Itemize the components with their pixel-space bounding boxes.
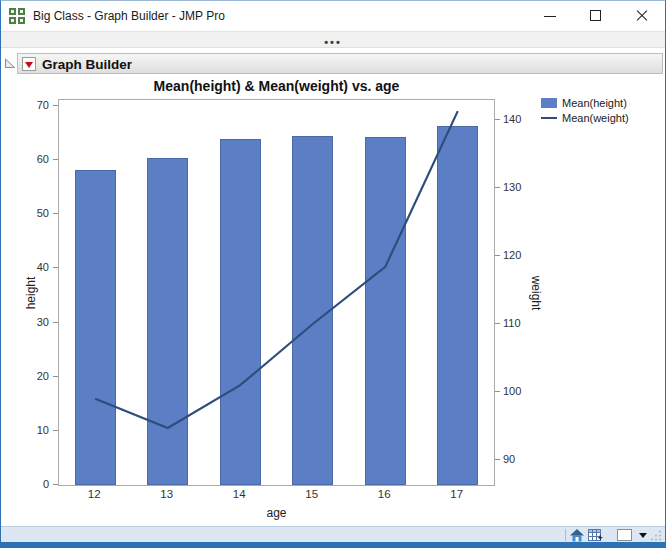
status-separator [565,529,566,541]
right-tick-label: 130 [503,181,521,194]
x-category-label: 14 [219,488,259,500]
legend-item[interactable]: Mean(weight) [541,112,629,124]
legend-label: Mean(height) [562,97,627,109]
left-tick-mark [53,213,58,214]
x-category-label: 12 [74,488,114,500]
y-axis-label-weight[interactable]: weight [529,276,543,311]
dropdown-arrow-icon[interactable] [639,533,647,538]
left-tick-mark [53,484,58,485]
panel-title: Graph Builder [42,55,132,74]
right-tick-label: 100 [503,385,521,398]
left-tick-label: 70 [1,99,49,112]
legend-bar-swatch [541,98,557,108]
splitter-drag-handle[interactable]: ••• [1,31,665,48]
left-tick-label: 20 [1,370,49,383]
left-tick-mark [53,430,58,431]
right-tick-label: 90 [503,453,515,466]
left-tick-mark [53,159,58,160]
window-bottom-border [1,542,665,548]
right-tick-mark [495,119,500,120]
maximize-button[interactable] [573,1,619,31]
minimize-button[interactable] [527,1,573,31]
x-category-label: 16 [364,488,404,500]
right-tick-label: 110 [503,317,521,330]
plot-area[interactable] [58,99,495,486]
left-tick-mark [53,267,58,268]
color-swatch[interactable] [617,529,632,541]
graph-builder-header: Graph Builder [17,53,663,74]
right-tick-label: 140 [503,113,521,126]
left-tick-label: 0 [1,478,49,491]
right-tick-mark [495,255,500,256]
window-title: Big Class - Graph Builder - JMP Pro [33,9,225,23]
x-category-label: 13 [147,488,187,500]
legend-line-swatch [541,117,557,119]
left-tick-label: 50 [1,207,49,220]
right-tick-mark [495,459,500,460]
jmp-window: Big Class - Graph Builder - JMP Pro ••• … [0,0,666,548]
status-bar [1,526,665,542]
disclosure-triangle-icon[interactable] [4,57,16,69]
x-category-label: 15 [292,488,332,500]
right-tick-mark [495,187,500,188]
legend: Mean(height)Mean(weight) [541,97,629,127]
close-button[interactable] [619,1,665,31]
left-tick-mark [53,376,58,377]
chart-title[interactable]: Mean(height) & Mean(weight) vs. age [58,78,495,94]
minimize-icon [544,16,556,17]
left-tick-label: 60 [1,153,49,166]
left-tick-mark [53,322,58,323]
left-tick-mark [53,105,58,106]
title-bar: Big Class - Graph Builder - JMP Pro [1,1,665,31]
right-tick-mark [495,391,500,392]
data-table-icon[interactable] [588,529,603,542]
x-category-label: 17 [437,488,477,500]
drag-handle-dots: ••• [324,36,342,48]
x-axis-label-age[interactable]: age [58,506,495,520]
resize-grip-icon[interactable] [651,530,662,541]
right-tick-mark [495,323,500,324]
window-controls [527,1,665,31]
jmp-app-icon [9,8,25,24]
red-triangle-menu-icon[interactable] [22,57,36,71]
legend-label: Mean(weight) [562,112,629,124]
left-tick-label: 10 [1,424,49,437]
right-tick-label: 120 [503,249,521,262]
home-icon[interactable] [570,529,584,542]
mean-weight-line[interactable] [59,100,494,485]
legend-item[interactable]: Mean(height) [541,97,629,109]
left-tick-label: 30 [1,316,49,329]
left-tick-label: 40 [1,261,49,274]
y-axis-label-height[interactable]: height [24,277,38,310]
maximize-icon [590,10,601,21]
